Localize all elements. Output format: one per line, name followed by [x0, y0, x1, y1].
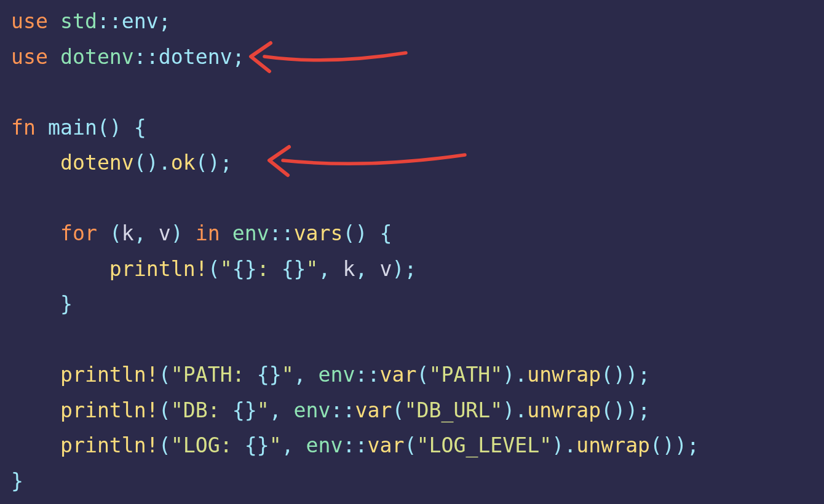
code-token: k — [122, 221, 134, 245]
code-token — [36, 116, 48, 140]
code-token: ( — [109, 221, 122, 245]
code-token: ). — [552, 433, 576, 457]
code-token: for — [60, 221, 97, 245]
code-token — [11, 151, 60, 175]
code-token: v — [159, 221, 171, 245]
code-token: unwrap — [527, 398, 601, 422]
code-token — [48, 45, 60, 69]
code-token — [11, 292, 60, 316]
code-token: { — [134, 116, 146, 140]
code-token: v — [380, 257, 392, 281]
code-token: () — [343, 221, 368, 245]
code-token — [282, 398, 294, 422]
code-token: dotenv — [60, 45, 134, 69]
code-token: in — [196, 221, 220, 245]
code-token: env — [306, 433, 343, 457]
code-token: ( — [159, 363, 171, 387]
code-token: : — [257, 257, 282, 281]
code-token: :: — [355, 363, 380, 387]
code-token: (). — [134, 151, 171, 175]
code-token: , — [294, 363, 306, 387]
code-token: env — [294, 398, 331, 422]
code-token: "PATH" — [429, 363, 502, 387]
code-token — [48, 9, 60, 33]
code-token: unwrap — [576, 433, 650, 457]
code-token: () — [97, 116, 122, 140]
code-token: env — [319, 363, 355, 387]
code-token: {} — [245, 433, 269, 457]
code-token: ). — [502, 363, 527, 387]
code-token: :: — [269, 221, 294, 245]
code-token — [368, 221, 380, 245]
code-token: "DB_URL" — [404, 398, 502, 422]
code-token: (); — [196, 151, 232, 175]
code-token: dotenv — [159, 45, 232, 69]
code-token — [11, 257, 109, 281]
code-token: {} — [282, 257, 306, 281]
code-token: { — [380, 221, 392, 245]
code-token — [11, 433, 60, 457]
code-token: :: — [97, 9, 122, 33]
code-token: {} — [232, 398, 257, 422]
code-token: ok — [171, 151, 196, 175]
code-token: ). — [502, 398, 527, 422]
code-token: } — [60, 292, 73, 316]
code-token: println! — [60, 433, 159, 457]
code-token: std — [60, 9, 97, 33]
code-token: env — [122, 9, 159, 33]
code-token: ( — [392, 398, 404, 422]
code-token: fn — [11, 116, 36, 140]
code-token: k — [343, 257, 355, 281]
code-token: ()); — [601, 363, 650, 387]
code-token: println! — [109, 257, 208, 281]
code-token: ( — [208, 257, 220, 281]
code-token: } — [11, 469, 23, 493]
code-token: ( — [416, 363, 429, 387]
code-token: var — [355, 398, 392, 422]
code-token: var — [368, 433, 405, 457]
code-token — [368, 257, 380, 281]
code-token: println! — [60, 398, 159, 422]
code-token: "PATH: — [171, 363, 257, 387]
code-token: , — [282, 433, 294, 457]
code-token: ()); — [650, 433, 699, 457]
code-token: " — [220, 257, 232, 281]
code-token — [306, 363, 319, 387]
code-token: main — [48, 116, 97, 140]
code-token: ( — [159, 398, 171, 422]
code-token: ()); — [601, 398, 650, 422]
code-token: ; — [232, 45, 245, 69]
code-token: " — [282, 363, 294, 387]
code-token: ( — [404, 433, 416, 457]
code-token — [183, 221, 196, 245]
code-token: use — [11, 9, 48, 33]
code-token — [11, 221, 60, 245]
code-token: var — [380, 363, 417, 387]
code-token: dotenv — [60, 151, 134, 175]
code-token: " — [269, 433, 282, 457]
code-token: vars — [294, 221, 343, 245]
code-token: " — [257, 398, 269, 422]
code-token — [146, 221, 159, 245]
code-token: , — [355, 257, 368, 281]
code-token: , — [269, 398, 282, 422]
code-token: ( — [159, 433, 171, 457]
code-token — [11, 363, 60, 387]
code-token: , — [134, 221, 146, 245]
code-token: "DB: — [171, 398, 232, 422]
code-token: println! — [60, 363, 159, 387]
rust-code-block: use std::env; use dotenv::dotenv; fn mai… — [0, 0, 824, 498]
code-token: " — [306, 257, 319, 281]
code-token: use — [11, 45, 48, 69]
code-token: ) — [171, 221, 183, 245]
code-token — [11, 398, 60, 422]
code-token: {} — [257, 363, 282, 387]
code-token — [122, 116, 134, 140]
code-token — [97, 221, 109, 245]
code-token — [294, 433, 306, 457]
code-token: :: — [134, 45, 159, 69]
code-token: "LOG_LEVEL" — [416, 433, 552, 457]
code-token: :: — [343, 433, 368, 457]
code-token: {} — [232, 257, 257, 281]
code-token — [331, 257, 343, 281]
